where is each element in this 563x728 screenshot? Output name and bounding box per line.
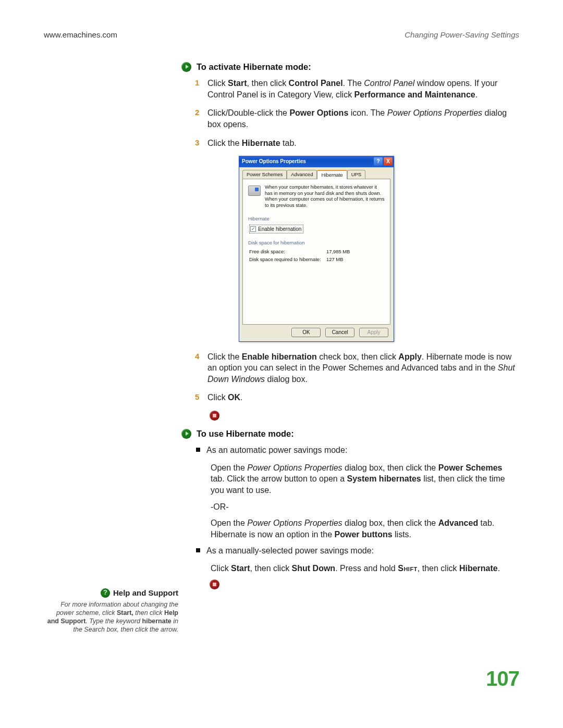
steps-activate: 1 Click Start, then click Control Panel.… xyxy=(195,78,515,149)
step-number: 1 xyxy=(195,78,199,88)
main-content: To activate Hibernate mode: 1 Click Star… xyxy=(181,61,515,589)
stop-icon xyxy=(210,411,219,421)
steps-activate-cont: 4 Click the Enable hibernation check box… xyxy=(195,351,515,403)
section-use-title: To use Hibernate mode: xyxy=(197,428,294,439)
play-icon xyxy=(181,62,191,72)
or-separator: -OR- xyxy=(211,501,515,513)
step-number: 3 xyxy=(195,138,199,148)
help-support-title: Help and Support xyxy=(113,588,178,598)
use-mode-manual: As a manually-selected power savings mod… xyxy=(195,545,515,557)
free-disk-row: Free disk space: 17,985 MB xyxy=(249,249,385,255)
use-mode-list-2: As a manually-selected power savings mod… xyxy=(195,545,515,557)
power-options-dialog: Power Options Properties ? X Power Schem… xyxy=(239,156,394,341)
help-button[interactable]: ? xyxy=(374,157,383,166)
use-mode-list: As an automatic power savings mode: xyxy=(195,445,515,456)
use-manual-para: Click Start, then click Shut Down. Press… xyxy=(211,563,515,574)
tab-hibernate[interactable]: Hibernate xyxy=(317,170,347,179)
dialog-title: Power Options Properties xyxy=(242,158,373,165)
step-4: 4 Click the Enable hibernation check box… xyxy=(195,351,515,385)
tab-ups[interactable]: UPS xyxy=(347,170,366,179)
apply-button[interactable]: Apply xyxy=(359,328,388,337)
group-hibernate-label: Hibernate xyxy=(248,216,385,223)
play-icon xyxy=(181,429,191,439)
checkbox-label: Enable hibernation xyxy=(258,226,301,233)
use-auto-para-1: Open the Power Options Properties dialog… xyxy=(211,462,515,496)
tab-strip: Power Schemes Advanced Hibernate UPS xyxy=(242,169,390,179)
header-section: Changing Power-Saving Settings xyxy=(405,30,519,39)
question-icon: ? xyxy=(101,588,110,598)
help-support-body: For more information about changing the … xyxy=(44,600,178,634)
page-number: 107 xyxy=(486,667,519,690)
dialog-titlebar: Power Options Properties ? X xyxy=(239,156,394,167)
tab-panel: When your computer hibernates, it stores… xyxy=(242,179,390,325)
dialog-description: When your computer hibernates, it stores… xyxy=(265,184,385,208)
stop-icon xyxy=(210,579,219,589)
tab-advanced[interactable]: Advanced xyxy=(287,170,317,179)
group-disk-label: Disk space for hibernation xyxy=(248,240,385,246)
tab-power-schemes[interactable]: Power Schemes xyxy=(242,170,287,179)
step-5: 5 Click OK. xyxy=(195,392,515,403)
page-header: www.emachines.com Changing Power-Saving … xyxy=(44,30,519,39)
close-button[interactable]: X xyxy=(384,157,393,166)
use-mode-auto: As an automatic power savings mode: xyxy=(195,445,515,456)
step-1: 1 Click Start, then click Control Panel.… xyxy=(195,78,515,100)
dialog-button-row: OK Cancel Apply xyxy=(242,328,390,337)
step-2: 2 Click/Double-click the Power Options i… xyxy=(195,107,515,130)
help-support-box: ? Help and Support For more information … xyxy=(44,588,178,634)
ok-button[interactable]: OK xyxy=(291,328,321,337)
cancel-button[interactable]: Cancel xyxy=(325,328,354,337)
enable-hibernation-checkbox[interactable]: ✓ Enable hibernation xyxy=(249,225,303,234)
section-activate-heading: To activate Hibernate mode: xyxy=(181,61,515,72)
step-number: 4 xyxy=(195,351,199,362)
step-number: 5 xyxy=(195,392,199,402)
dialog-screenshot: Power Options Properties ? X Power Schem… xyxy=(239,156,515,341)
section-activate-title: To activate Hibernate mode: xyxy=(197,61,311,72)
section-use-heading: To use Hibernate mode: xyxy=(181,428,515,439)
header-url: www.emachines.com xyxy=(44,30,117,39)
step-3: 3 Click the Hibernate tab. xyxy=(195,138,515,149)
use-auto-para-2: Open the Power Options Properties dialog… xyxy=(211,517,515,540)
required-disk-row: Disk space required to hibernate: 127 MB xyxy=(249,256,385,263)
step-number: 2 xyxy=(195,107,199,118)
checkbox-icon: ✓ xyxy=(250,226,256,232)
drive-icon xyxy=(248,186,261,196)
